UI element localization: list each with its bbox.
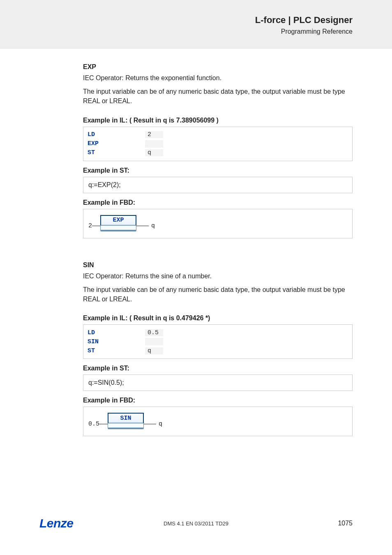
fbd-wire: [136, 226, 149, 226]
st-code: q:=SIN(0.5);: [88, 379, 124, 386]
il-code-box-exp: LD 2 EXP ST q: [83, 127, 353, 161]
fbd-block-body: [108, 423, 144, 429]
fbd-title-exp: Example in FBD:: [83, 199, 353, 206]
section-intro2-exp: The input variable can be of any numeric…: [83, 87, 353, 106]
il-keyword: ST: [88, 347, 145, 354]
il-keyword: EXP: [88, 140, 145, 147]
section-intro2-sin: The input variable can be of any numeric…: [83, 285, 353, 304]
brand-subtitle: Programming Reference: [0, 28, 353, 35]
fbd-box-exp: 2 EXP q: [83, 209, 353, 238]
fbd-block-body: [100, 226, 136, 231]
il-title-sin: Example in IL: ( Result in q is 0.479426…: [83, 314, 353, 322]
footer-doc-id: DMS 4.1 EN 03/2011 TD29: [164, 520, 228, 527]
il-keyword: LD: [88, 131, 145, 138]
page-header: L-force | PLC Designer Programming Refer…: [0, 0, 392, 49]
il-arg: 2: [145, 131, 163, 138]
il-row: EXP: [88, 139, 348, 148]
fbd-input: 0.5: [88, 421, 99, 428]
st-title-sin: Example in ST:: [83, 365, 353, 372]
brand-title: L-force | PLC Designer: [0, 15, 353, 25]
il-arg: q: [145, 347, 163, 354]
il-row: SIN: [88, 337, 348, 346]
fbd-wire: [144, 424, 156, 424]
section-intro1-sin: IEC Operator: Returns the sine of a numb…: [83, 271, 353, 281]
il-row: LD 0.5: [88, 328, 348, 337]
fbd-diagram: 2 EXP q: [88, 215, 347, 231]
st-code-box-sin: q:=SIN(0.5);: [83, 375, 353, 391]
fbd-output: q: [151, 222, 155, 229]
il-arg-empty: [145, 338, 163, 345]
il-code-box-sin: LD 0.5 SIN ST q: [83, 324, 353, 359]
il-title-exp: Example in IL: ( Result in q is 7.389056…: [83, 117, 353, 124]
fbd-input: 2: [88, 222, 92, 229]
il-keyword: SIN: [88, 338, 145, 345]
fbd-diagram: 0.5 SIN q: [88, 413, 347, 429]
fbd-wire: [99, 424, 108, 424]
fbd-block-label: EXP: [100, 215, 136, 226]
fbd-title-sin: Example in FBD:: [83, 397, 353, 404]
lenze-logo: Lenze: [39, 516, 74, 530]
il-keyword: ST: [88, 149, 145, 156]
page-content: EXP IEC Operator: Returns the exponentia…: [0, 49, 392, 436]
fbd-box-sin: 0.5 SIN q: [83, 407, 353, 436]
il-row: LD 2: [88, 130, 348, 139]
fbd-block: EXP: [100, 215, 136, 231]
st-code: q:=EXP(2);: [88, 181, 121, 188]
fbd-block-label: SIN: [108, 413, 144, 423]
st-code-box-exp: q:=EXP(2);: [83, 177, 353, 193]
section-title-exp: EXP: [83, 63, 353, 71]
il-row: ST q: [88, 148, 348, 157]
il-keyword: LD: [88, 329, 145, 336]
il-arg: q: [145, 149, 163, 156]
il-row: ST q: [88, 346, 348, 355]
fbd-output: q: [159, 421, 162, 428]
section-intro1-exp: IEC Operator: Returns the exponential fu…: [83, 73, 353, 83]
il-arg: 0.5: [145, 329, 163, 336]
st-title-exp: Example in ST:: [83, 167, 353, 174]
footer-page-number: 1075: [338, 520, 353, 527]
page-footer: Lenze DMS 4.1 EN 03/2011 TD29 1075: [0, 516, 392, 530]
fbd-block: SIN: [108, 413, 144, 429]
section-title-sin: SIN: [83, 261, 353, 269]
fbd-wire: [92, 226, 100, 226]
il-arg-empty: [145, 140, 163, 148]
